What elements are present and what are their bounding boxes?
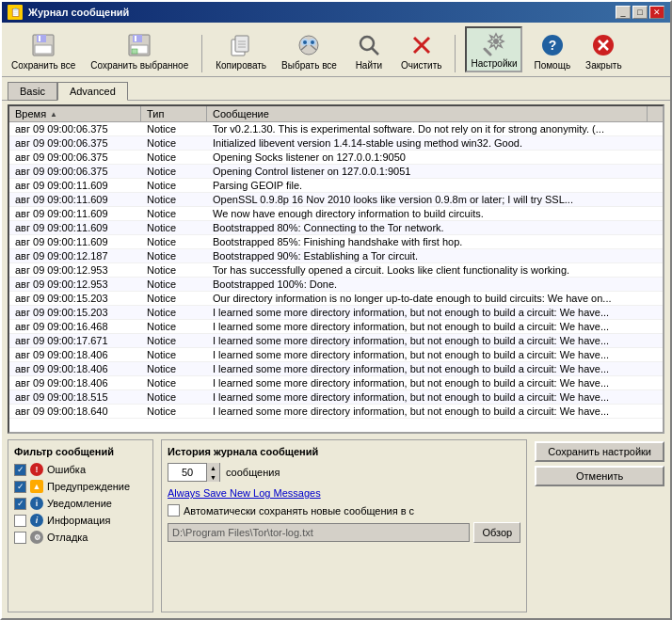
warn-icon: ▲ [30, 480, 43, 493]
save-selected-button[interactable]: Сохранить выбранное [87, 30, 192, 72]
table-row[interactable]: авг 09 09:00:18.406 Notice I learned som… [9, 362, 663, 376]
cell-message: I learned some more directory informatio… [207, 376, 663, 389]
save-settings-button[interactable]: Сохранить настройки [535, 441, 664, 462]
table-row[interactable]: авг 09 09:00:12.187 Notice Bootstrapped … [9, 249, 663, 263]
title-bar: 📋 Журнал сообщений _ □ ✕ [2, 2, 670, 23]
cell-time: авг 09 09:00:18.640 [9, 405, 141, 418]
filter-notice-checkbox[interactable] [14, 498, 26, 510]
history-value-input[interactable] [168, 464, 206, 481]
help-button[interactable]: ? Помощь [530, 30, 574, 72]
cancel-button[interactable]: Отменить [535, 466, 664, 486]
filter-info-checkbox[interactable] [14, 515, 26, 527]
spin-up-button[interactable]: ▲ [206, 463, 219, 472]
table-row[interactable]: авг 09 09:00:17.671 Notice I learned som… [9, 334, 663, 348]
sep2 [455, 35, 456, 72]
clear-button[interactable]: Очистить [397, 30, 446, 72]
col-time-label: Время [15, 108, 46, 119]
cell-type: Notice [141, 334, 207, 347]
table-row[interactable]: авг 09 09:00:11.609 Notice We now have e… [9, 207, 663, 221]
cell-message: I learned some more directory informatio… [207, 362, 663, 375]
bottom-area: Фильтр сообщений ! Ошибка ▲ Предупрежден… [8, 434, 664, 612]
svg-point-18 [311, 40, 314, 44]
table-row[interactable]: авг 09 09:00:16.468 Notice I learned som… [9, 320, 663, 334]
window-close-button[interactable]: ✕ [649, 6, 664, 19]
table-row[interactable]: авг 09 09:00:12.953 Notice Bootstrapped … [9, 278, 663, 292]
cell-time: авг 09 09:00:11.609 [9, 221, 141, 234]
cell-time: авг 09 09:00:12.187 [9, 249, 141, 262]
cell-message: Opening Control listener on 127.0.0.1:90… [207, 165, 663, 178]
filter-box: Фильтр сообщений ! Ошибка ▲ Предупрежден… [8, 439, 153, 612]
cell-type: Notice [141, 405, 207, 418]
tab-basic[interactable]: Basic [8, 82, 57, 101]
cell-message: We now have enough directory information… [207, 207, 663, 220]
log-table-header: Время ▲ Тип Сообщение [9, 106, 663, 122]
table-row[interactable]: авг 09 09:00:11.609 Notice Parsing GEOIP… [9, 179, 663, 193]
tab-advanced[interactable]: Advanced [57, 82, 128, 101]
settings-button[interactable]: Настройки [465, 26, 522, 72]
cell-time: авг 09 09:00:06.375 [9, 151, 141, 164]
cell-time: авг 09 09:00:11.609 [9, 207, 141, 220]
table-row[interactable]: авг 09 09:00:18.640 Notice I learned som… [9, 405, 663, 419]
cell-time: авг 09 09:00:06.375 [9, 165, 141, 178]
table-row[interactable]: авг 09 09:00:18.515 Notice I learned som… [9, 390, 663, 405]
error-icon: ! [30, 463, 43, 476]
filter-error-checkbox[interactable] [14, 464, 26, 476]
copy-button[interactable]: Копировать [212, 30, 270, 72]
col-header-type[interactable]: Тип [141, 106, 207, 121]
cell-message: I learned some more directory informatio… [207, 334, 663, 347]
cell-time: авг 09 09:00:06.375 [9, 122, 141, 135]
find-button[interactable]: Найти [348, 30, 390, 72]
history-spin[interactable]: ▲ ▼ [168, 463, 220, 482]
scroll-placeholder [648, 106, 663, 121]
table-row[interactable]: авг 09 09:00:06.375 Notice Opening Socks… [9, 151, 663, 165]
svg-rect-8 [132, 49, 137, 54]
col-type-label: Тип [147, 108, 164, 119]
cell-time: авг 09 09:00:18.406 [9, 376, 141, 389]
filter-warn-checkbox[interactable] [14, 481, 26, 493]
cell-type: Notice [141, 348, 207, 361]
browse-button[interactable]: Обзор [473, 522, 520, 543]
col-msg-label: Сообщение [213, 108, 269, 119]
history-unit: сообщения [226, 467, 280, 478]
debug-icon: ⚙ [30, 531, 43, 544]
file-path-input[interactable] [168, 523, 470, 542]
spin-down-button[interactable]: ▼ [206, 472, 219, 482]
table-row[interactable]: авг 09 09:00:18.406 Notice I learned som… [9, 376, 663, 390]
cell-type: Notice [141, 306, 207, 319]
cell-time: авг 09 09:00:18.515 [9, 390, 141, 404]
col-header-message[interactable]: Сообщение [207, 106, 648, 121]
close-button[interactable]: Закрыть [582, 30, 626, 72]
main-window: 📋 Журнал сообщений _ □ ✕ Сохранить все [0, 0, 672, 620]
table-row[interactable]: авг 09 09:00:06.375 Notice Initialized l… [9, 136, 663, 151]
help-icon: ? [539, 32, 566, 58]
table-row[interactable]: авг 09 09:00:12.953 Notice Tor has succe… [9, 263, 663, 278]
save-all-button[interactable]: Сохранить все [8, 30, 79, 72]
minimize-button[interactable]: _ [616, 6, 631, 19]
sep1 [201, 35, 202, 72]
filter-debug-checkbox[interactable] [14, 532, 26, 544]
table-row[interactable]: авг 09 09:00:11.609 Notice Bootstrapped … [9, 221, 663, 235]
main-content: Время ▲ Тип Сообщение авг 09 09:00:06.37… [2, 100, 670, 618]
auto-save-label: Автоматически сохранять новые сообщения … [184, 505, 414, 517]
log-table-body[interactable]: авг 09 09:00:06.375 Notice Tor v0.2.1.30… [9, 122, 663, 432]
cell-message: Our directory information is no longer u… [207, 292, 663, 305]
table-row[interactable]: авг 09 09:00:15.203 Notice Our directory… [9, 292, 663, 306]
always-save-link[interactable]: Always Save New Log Messages [168, 487, 520, 499]
auto-save-checkbox[interactable] [168, 504, 180, 517]
settings-icon [481, 30, 507, 56]
table-row[interactable]: авг 09 09:00:06.375 Notice Tor v0.2.1.30… [9, 122, 663, 136]
filter-notice: i Уведомление [14, 497, 147, 510]
table-row[interactable]: авг 09 09:00:18.406 Notice I learned som… [9, 348, 663, 362]
cell-message: I learned some more directory informatio… [207, 320, 663, 333]
table-row[interactable]: авг 09 09:00:15.203 Notice I learned som… [9, 306, 663, 320]
select-all-button[interactable]: Выбрать все [278, 30, 341, 72]
table-row[interactable]: авг 09 09:00:06.375 Notice Opening Contr… [9, 165, 663, 179]
save-all-label: Сохранить все [11, 60, 75, 71]
cell-message: Bootstrapped 80%: Connecting to the Tor … [207, 221, 663, 234]
close-label: Закрыть [585, 60, 622, 71]
filter-error: ! Ошибка [14, 463, 147, 476]
col-header-time[interactable]: Время ▲ [9, 106, 141, 121]
table-row[interactable]: авг 09 09:00:11.609 Notice OpenSSL 0.9.8… [9, 193, 663, 207]
table-row[interactable]: авг 09 09:00:11.609 Notice Bootstrapped … [9, 235, 663, 249]
maximize-button[interactable]: □ [632, 6, 648, 19]
